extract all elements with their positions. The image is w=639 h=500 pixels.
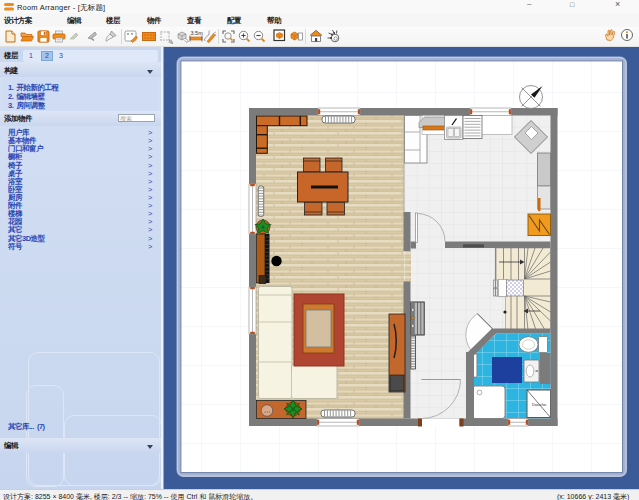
svg-text:Douche: Douche [532, 402, 547, 407]
svg-text:3.5m: 3.5m [191, 30, 204, 36]
